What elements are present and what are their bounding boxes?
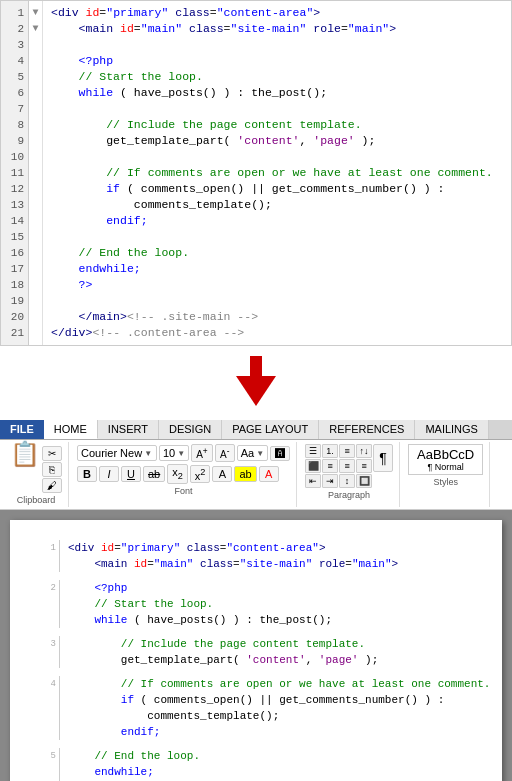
doc-code-line-8: // Include the page content template. bbox=[68, 636, 472, 652]
clipboard-group: 📋 ✂ ⎘ 🖌 Clipboard bbox=[4, 442, 69, 507]
code-line-14: endif; bbox=[51, 213, 503, 229]
font-shrink-button[interactable]: A- bbox=[215, 444, 235, 462]
code-line-19 bbox=[51, 293, 503, 309]
line-spacing-button[interactable]: ↕ bbox=[339, 474, 355, 488]
doc-code-3: // Include the page content template. ge… bbox=[68, 636, 472, 668]
doc-code-line-11: // If comments are open or we have at le… bbox=[68, 676, 490, 692]
tab-design[interactable]: DESIGN bbox=[159, 420, 222, 439]
doc-code-5: // End the loop. endwhile; ?> bbox=[68, 748, 472, 781]
ribbon-content: 📋 ✂ ⎘ 🖌 Clipboard Courier New ▼ bbox=[0, 440, 512, 509]
show-paragraph-button[interactable]: ¶ bbox=[373, 444, 393, 472]
font-name-dropdown[interactable]: Courier New ▼ bbox=[77, 445, 157, 461]
doc-code-line-16: // End the loop. bbox=[68, 748, 472, 764]
styles-box[interactable]: AaBbCcD ¶ Normal bbox=[408, 444, 483, 475]
doc-group-3: 3 // Include the page content template. … bbox=[40, 636, 472, 668]
clear-format-button[interactable]: 🅰 bbox=[270, 446, 290, 461]
doc-code-line-17: endwhile; bbox=[68, 764, 472, 780]
line-numbers: 1 2 3 4 5 6 7 8 9 10 11 12 13 14 15 16 1… bbox=[1, 1, 29, 345]
tab-mailings[interactable]: MAILINGS bbox=[415, 420, 489, 439]
shading-button[interactable]: 🔲 bbox=[356, 474, 372, 488]
code-line-20: </main><!-- .site-main --> bbox=[51, 309, 503, 325]
doc-gutter-3: 3 bbox=[40, 636, 60, 668]
paste-icon[interactable]: 📋 bbox=[10, 444, 40, 468]
superscript-button[interactable]: x2 bbox=[190, 465, 211, 484]
cut-button[interactable]: ✂ bbox=[42, 446, 62, 461]
align-right-button[interactable]: ≡ bbox=[339, 459, 355, 473]
doc-code-line-6: while ( have_posts() ) : the_post(); bbox=[68, 612, 472, 628]
align-center-button[interactable]: ≡ bbox=[322, 459, 338, 473]
doc-gutter-4: 4 bbox=[40, 676, 60, 740]
bullets-button[interactable]: ☰ bbox=[305, 444, 321, 458]
multilevel-button[interactable]: ≡ bbox=[339, 444, 355, 458]
paragraph-group: ☰ 1. ≡ ↑↓ ⬛ ≡ ≡ ≡ ⇤ ⇥ ↕ 🔲 ¶ bbox=[299, 442, 400, 507]
code-line-2: <main id="main" class="site-main" role="… bbox=[51, 21, 503, 37]
code-line-12: if ( comments_open() || get_comments_num… bbox=[51, 181, 503, 197]
code-line-7 bbox=[51, 101, 503, 117]
code-content-top[interactable]: <div id="primary" class="content-area"> … bbox=[43, 1, 511, 345]
list-format-icons: ☰ 1. ≡ ↑↓ ⬛ ≡ ≡ ≡ ⇤ ⇥ ↕ 🔲 bbox=[305, 444, 372, 488]
bold-button[interactable]: B bbox=[77, 466, 97, 482]
code-line-16: // End the loop. bbox=[51, 245, 503, 261]
tab-references[interactable]: REFERENCES bbox=[319, 420, 415, 439]
doc-code-line-5: // Start the loop. bbox=[68, 596, 472, 612]
code-line-21: </div><!-- .content-area --> bbox=[51, 325, 503, 341]
paragraph-label: Paragraph bbox=[328, 490, 370, 500]
doc-gutter-1: 1 bbox=[40, 540, 60, 572]
font-group: Courier New ▼ 10 ▼ A+ A- Aa ▼ 🅰 bbox=[71, 442, 297, 507]
increase-indent-button[interactable]: ⇥ bbox=[322, 474, 338, 488]
word-document[interactable]: 1 <div id="primary" class="content-area"… bbox=[0, 510, 512, 781]
text-effects-button[interactable]: A bbox=[212, 466, 232, 482]
sort-button[interactable]: ↑↓ bbox=[356, 444, 372, 458]
code-line-8: // Include the page content template. bbox=[51, 117, 503, 133]
strikethrough-button[interactable]: ab bbox=[143, 466, 165, 482]
underline-button[interactable]: U bbox=[121, 466, 141, 482]
code-line-5: // Start the loop. bbox=[51, 69, 503, 85]
code-line-13: comments_template(); bbox=[51, 197, 503, 213]
align-left-button[interactable]: ⬛ bbox=[305, 459, 321, 473]
code-line-10 bbox=[51, 149, 503, 165]
style-preview: AaBbCcD bbox=[417, 447, 474, 462]
doc-group-1: 1 <div id="primary" class="content-area"… bbox=[40, 540, 472, 572]
format-painter-button[interactable]: 🖌 bbox=[42, 478, 62, 493]
tab-page-layout[interactable]: PAGE LAYOUT bbox=[222, 420, 319, 439]
doc-code-line-1: <div id="primary" class="content-area"> bbox=[68, 540, 472, 556]
code-gutter: ▼ ▼ bbox=[29, 1, 43, 345]
doc-code-line-4: <?php bbox=[68, 580, 472, 596]
code-line-1: <div id="primary" class="content-area"> bbox=[51, 5, 503, 21]
clipboard-label: Clipboard bbox=[17, 495, 56, 505]
doc-code-line-2: <main id="main" class="site-main" role="… bbox=[68, 556, 472, 572]
code-line-11: // If comments are open or we have at le… bbox=[51, 165, 503, 181]
font-size-dropdown[interactable]: 10 ▼ bbox=[159, 445, 189, 461]
code-line-9: get_template_part( 'content', 'page' ); bbox=[51, 133, 503, 149]
font-name-arrow-icon: ▼ bbox=[144, 449, 152, 458]
code-editor-top: 1 2 3 4 5 6 7 8 9 10 11 12 13 14 15 16 1… bbox=[0, 0, 512, 346]
doc-gutter-5: 5 bbox=[40, 748, 60, 781]
ribbon-tabs: FILE HOME INSERT DESIGN PAGE LAYOUT REFE… bbox=[0, 420, 512, 440]
font-case-dropdown[interactable]: Aa ▼ bbox=[237, 445, 268, 461]
doc-group-4: 4 // If comments are open or we have at … bbox=[40, 676, 472, 740]
arrow-shaft bbox=[250, 356, 262, 376]
text-highlight-button[interactable]: ab bbox=[234, 466, 256, 482]
tab-home[interactable]: HOME bbox=[44, 420, 98, 439]
decrease-indent-button[interactable]: ⇤ bbox=[305, 474, 321, 488]
code-line-3 bbox=[51, 37, 503, 53]
code-line-15 bbox=[51, 229, 503, 245]
style-name: ¶ Normal bbox=[417, 462, 474, 472]
font-grow-button[interactable]: A+ bbox=[191, 444, 213, 462]
styles-label: Styles bbox=[433, 477, 458, 487]
arrow-down-icon bbox=[236, 376, 276, 406]
copy-button[interactable]: ⎘ bbox=[42, 462, 62, 477]
case-arrow-icon: ▼ bbox=[256, 449, 264, 458]
tab-file[interactable]: FILE bbox=[0, 420, 44, 439]
doc-group-5: 5 // End the loop. endwhile; ?> bbox=[40, 748, 472, 781]
tab-insert[interactable]: INSERT bbox=[98, 420, 159, 439]
font-color-button[interactable]: A bbox=[259, 466, 279, 482]
subscript-button[interactable]: x2 bbox=[167, 464, 188, 483]
arrow-section bbox=[0, 346, 512, 420]
font-size-arrow-icon: ▼ bbox=[177, 449, 185, 458]
italic-button[interactable]: I bbox=[99, 466, 119, 482]
justify-button[interactable]: ≡ bbox=[356, 459, 372, 473]
font-label: Font bbox=[175, 486, 193, 496]
doc-page: 1 <div id="primary" class="content-area"… bbox=[10, 520, 502, 781]
numbering-button[interactable]: 1. bbox=[322, 444, 338, 458]
